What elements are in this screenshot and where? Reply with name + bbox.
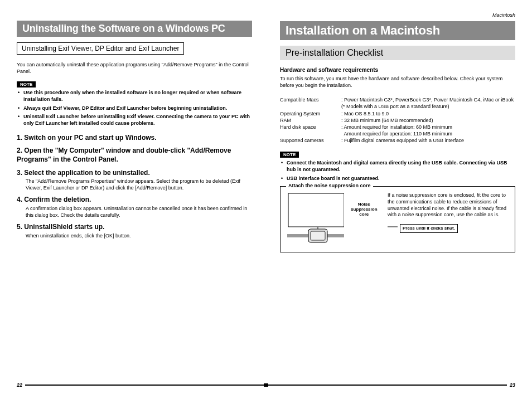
right-title-bar: Installation on a Macintosh: [280, 21, 515, 40]
step-body: The "Add/Remove Programs Properties" win…: [17, 178, 252, 191]
note-bullets-left: Use this procedure only when the install…: [17, 90, 252, 129]
requirements-table: Compatible Macs : Power Macintosh G3*, P…: [280, 96, 515, 144]
steps-list: 1. Switch on your PC and start up Window…: [17, 134, 252, 244]
noise-core-box: Attach the noise suppression core: [280, 186, 515, 252]
footer-rule-left: [25, 385, 265, 386]
svg-rect-0: [288, 193, 344, 227]
press-instruction: Press until it clicks shut.: [400, 224, 458, 233]
note-item: USB interface board is not guaranteed.: [281, 176, 514, 182]
pointer-line-icon: [388, 224, 398, 230]
page-number-right: 23: [510, 382, 515, 388]
req-row: Operating System : Mac OS 8.5.1 to 9.0: [280, 110, 515, 117]
req-row: Hard disk space : Amount required for in…: [280, 124, 515, 137]
hw-intro: To run this software, you must have the …: [280, 75, 515, 89]
req-row: RAM : 32 MB minimum (64 MB recommended): [280, 117, 515, 124]
note-item: Connect the Macintosh and digital camera…: [281, 160, 514, 173]
step-item: 5. UninstallShield starts up. When unins…: [17, 223, 252, 239]
section-heading: Uninstalling Exif Viewer, DP Editor and …: [17, 42, 184, 55]
note-bullets-right: Connect the Macintosh and digital camera…: [280, 160, 515, 184]
fieldset-legend: Attach the noise suppression core: [286, 183, 373, 188]
step-item: 1. Switch on your PC and start up Window…: [17, 134, 252, 143]
step-body: A confirmation dialog box appears. Unins…: [17, 206, 252, 218]
note-item: Use this procedure only when the install…: [18, 90, 251, 103]
cable-diagram: Noise suppression core: [287, 192, 382, 245]
right-subtitle-bar: Pre-installation Checklist: [280, 46, 515, 60]
callout-suppression-core: suppression core: [346, 207, 382, 217]
noise-core-icon: [287, 192, 344, 245]
page-number-left: 22: [17, 382, 22, 388]
note-item: Uninstall Exif Launcher before uninstall…: [18, 114, 251, 126]
right-page: Macintosh Installation on a Macintosh Pr…: [280, 12, 515, 388]
note-item: Always quit Exif Viewer, DP Editor and E…: [18, 105, 251, 112]
left-page: Uninstalling the Software on a Windows P…: [17, 12, 252, 388]
intro-text: You can automatically uninstall these ap…: [17, 61, 252, 75]
note-badge-right: NOTE: [280, 152, 299, 158]
diagram-description: If a noise suppression core is enclosed,…: [388, 192, 508, 233]
req-row: Compatible Macs : Power Macintosh G3*, P…: [280, 96, 515, 110]
hw-heading: Hardware and software requirements: [280, 67, 515, 73]
left-title-bar: Uninstalling the Software on a Windows P…: [17, 21, 252, 37]
note-badge-left: NOTE: [17, 81, 36, 87]
footer-dot-right: [264, 383, 267, 387]
svg-rect-3: [311, 231, 325, 240]
header-category: Macintosh: [280, 12, 515, 18]
step-item: 2. Open the "My Computer" window and dou…: [17, 147, 252, 164]
step-body: When uninstallation ends, click the [OK]…: [17, 233, 252, 240]
req-row: Supported cameras : Fujifilm digital cam…: [280, 137, 515, 144]
footer-rule-right: [267, 385, 507, 386]
step-item: 4. Confirm the deletion. A confirmation …: [17, 196, 252, 218]
step-item: 3. Select the application to be uninstal…: [17, 169, 252, 192]
